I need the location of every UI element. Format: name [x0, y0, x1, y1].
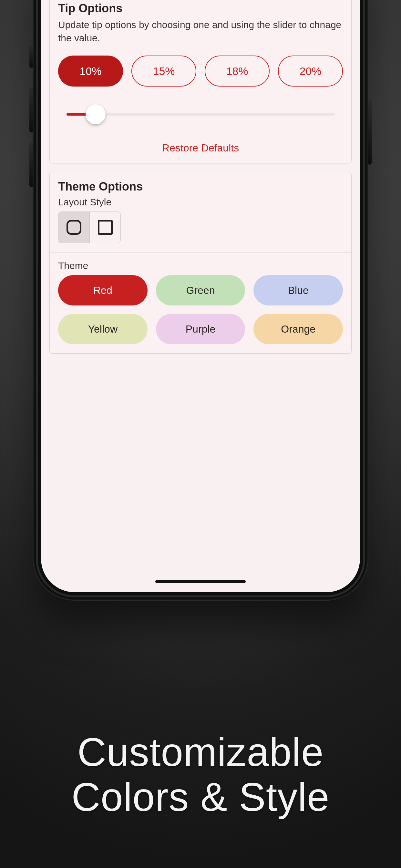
phone-mute-switch: [29, 45, 33, 68]
tip-options-card: Tip Options Update tip options by choosi…: [50, 0, 351, 163]
divider: [50, 252, 351, 252]
theme-grid: Red Green Blue Yellow Purple Orange: [58, 275, 343, 344]
phone-screen: Tip Calculator Settings Tip Options Upda…: [41, 0, 360, 592]
caption-line-2: Colors & Style: [0, 775, 401, 819]
rounded-square-icon: [66, 220, 81, 235]
home-indicator[interactable]: [155, 580, 246, 583]
theme-yellow[interactable]: Yellow: [58, 314, 148, 344]
theme-red[interactable]: Red: [58, 275, 148, 306]
restore-defaults-button[interactable]: Restore Defaults: [58, 142, 343, 154]
phone-power-button: [368, 100, 372, 165]
phone-volume-up: [29, 87, 33, 132]
content-area: Tip Options Update tip options by choosi…: [41, 0, 360, 353]
theme-options-title: Theme Options: [58, 180, 343, 193]
layout-square-option[interactable]: [89, 212, 120, 243]
tip-options-row: 10% 15% 18% 20%: [58, 56, 343, 87]
caption-line-1: Customizable: [0, 730, 401, 775]
theme-options-card: Theme Options Layout Style Theme Red Gre…: [50, 172, 351, 353]
slider-track: [66, 113, 335, 116]
tip-option-10[interactable]: 10%: [58, 56, 123, 87]
slider-thumb[interactable]: [86, 104, 105, 124]
tip-option-18[interactable]: 18%: [205, 56, 270, 87]
phone-frame: Tip Calculator Settings Tip Options Upda…: [33, 0, 368, 600]
theme-purple[interactable]: Purple: [156, 314, 245, 344]
tip-option-20[interactable]: 20%: [278, 56, 343, 87]
layout-rounded-option[interactable]: [58, 212, 89, 243]
layout-style-label: Layout Style: [58, 197, 343, 208]
marketing-caption: Customizable Colors & Style: [0, 730, 401, 819]
theme-label: Theme: [58, 260, 343, 271]
layout-style-segmented: [58, 212, 121, 243]
tip-options-description: Update tip options by choosing one and u…: [58, 19, 343, 44]
theme-blue[interactable]: Blue: [253, 275, 343, 306]
square-icon: [98, 220, 113, 235]
tip-slider[interactable]: [59, 104, 342, 124]
theme-green[interactable]: Green: [156, 275, 245, 306]
theme-orange[interactable]: Orange: [253, 314, 343, 344]
phone-volume-down: [29, 142, 33, 187]
tip-options-title: Tip Options: [58, 2, 343, 15]
tip-option-15[interactable]: 15%: [131, 56, 196, 87]
